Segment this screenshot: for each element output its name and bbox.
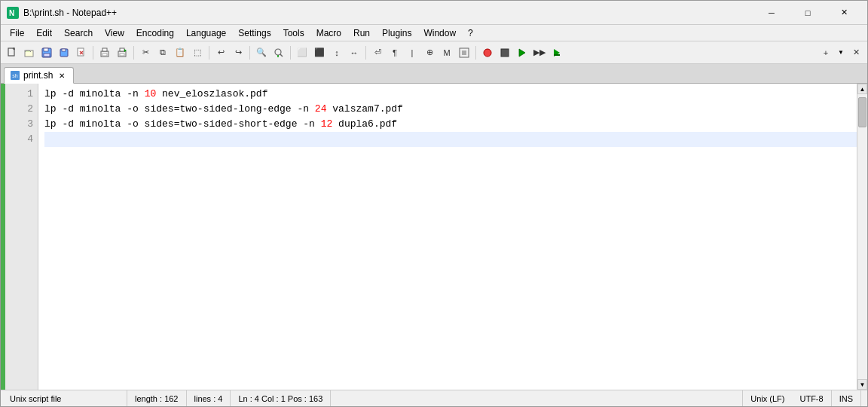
svg-text:N: N: [9, 9, 14, 17]
svg-rect-6: [44, 48, 48, 51]
toolbar-sep-2: [133, 46, 134, 60]
paste-button[interactable]: 📋: [172, 44, 188, 61]
indent-guide-button[interactable]: |: [404, 44, 420, 61]
menu-help[interactable]: ?: [462, 26, 479, 40]
menu-plugins[interactable]: Plugins: [376, 26, 417, 40]
maximize-button[interactable]: □: [790, 1, 825, 25]
all-chars-button[interactable]: ¶: [387, 44, 403, 61]
toolbar-sep-5: [290, 46, 291, 60]
svg-marker-27: [519, 49, 525, 57]
menu-bar: File Edit Search View Encoding Language …: [1, 25, 867, 41]
menu-edit[interactable]: Edit: [30, 26, 58, 40]
toolbar-sep-1: [93, 46, 93, 60]
close-button[interactable]: ✕: [827, 1, 861, 25]
menu-window[interactable]: Window: [417, 26, 462, 40]
window-title: B:\print.sh - Notepad++: [23, 8, 754, 18]
code-area[interactable]: lp -d minolta -n 10 nev_eloszlasok.pdf l…: [38, 84, 857, 390]
status-encoding: UTF-8: [792, 390, 831, 406]
menu-language[interactable]: Language: [180, 26, 232, 40]
toolbar-add-button[interactable]: +: [818, 44, 834, 61]
zoom-restore-button[interactable]: ⊕: [421, 44, 438, 61]
open-button[interactable]: [21, 44, 38, 61]
toolbar-sep-6: [365, 46, 366, 60]
svg-point-20: [275, 49, 281, 55]
zoom-out-button[interactable]: ⬛: [311, 44, 328, 61]
code-line-3: lp -d minolta -o sides=two-sided-short-e…: [44, 117, 857, 132]
record-macro-button[interactable]: [479, 44, 496, 61]
run-macro-button[interactable]: ▶▶: [531, 44, 548, 61]
vertical-scrollbar[interactable]: ▲ ▼: [857, 84, 867, 390]
menu-view[interactable]: View: [99, 26, 130, 40]
toolbar-sep-7: [475, 46, 476, 60]
tab-close-button[interactable]: ✕: [57, 70, 67, 81]
svg-rect-17: [120, 48, 124, 51]
toolbar-x-button[interactable]: ✕: [848, 44, 864, 61]
line-num-3: 3: [27, 117, 33, 132]
find-button[interactable]: 🔍: [253, 44, 270, 61]
minimize-button[interactable]: ─: [754, 1, 789, 25]
line-num-1: 1: [27, 87, 33, 102]
sync-scroll-h-button[interactable]: ↔: [346, 44, 362, 61]
scroll-track[interactable]: [857, 94, 867, 379]
menu-search[interactable]: Search: [58, 26, 99, 40]
copy-button[interactable]: ⧉: [154, 44, 171, 61]
stop-record-button[interactable]: [497, 44, 513, 61]
cut-button[interactable]: ✂: [137, 44, 154, 61]
play-macro-button[interactable]: [514, 44, 530, 61]
tab-label: print.sh: [23, 70, 53, 81]
undo-button[interactable]: ↩: [212, 44, 229, 61]
save-macro-button[interactable]: [549, 44, 565, 61]
menu-macro[interactable]: Macro: [310, 26, 347, 40]
toolbar-sep-3: [209, 46, 209, 60]
zoom-in-button[interactable]: ⬜: [294, 44, 310, 61]
svg-point-25: [484, 49, 491, 57]
svg-rect-15: [102, 54, 107, 56]
save-all-button[interactable]: [56, 44, 72, 61]
svg-rect-7: [44, 54, 50, 57]
menu-file[interactable]: File: [4, 26, 30, 40]
find-next-button[interactable]: [270, 44, 287, 61]
tabs-bar: sh print.sh ✕: [1, 64, 867, 84]
code-line-2: lp -d minolta -o sides=two-sided-long-ed…: [44, 102, 857, 117]
print-now-button[interactable]: [114, 44, 130, 61]
sync-scroll-v-button[interactable]: ↕: [329, 44, 345, 61]
svg-rect-9: [62, 49, 66, 51]
code-line-4: [44, 132, 857, 147]
svg-rect-26: [501, 49, 509, 57]
status-length: length : 162: [127, 390, 187, 406]
title-bar: N B:\print.sh - Notepad++ ─ □ ✕: [1, 1, 867, 25]
line-num-4: 4: [27, 132, 33, 147]
scroll-down-arrow[interactable]: ▼: [857, 379, 867, 390]
status-mode: INS: [832, 390, 861, 406]
menu-tools[interactable]: Tools: [277, 26, 310, 40]
tab-file-icon: sh: [11, 71, 20, 80]
menu-run[interactable]: Run: [347, 26, 376, 40]
tab-print-sh[interactable]: sh print.sh ✕: [4, 67, 74, 84]
line-numbers: 1 2 3 4: [5, 84, 38, 390]
save-button[interactable]: [38, 44, 55, 61]
new-button[interactable]: [4, 44, 20, 61]
svg-rect-14: [102, 48, 107, 51]
word-wrap-button[interactable]: ⏎: [369, 44, 386, 61]
menu-settings[interactable]: Settings: [232, 26, 277, 40]
close-doc-button[interactable]: [73, 44, 90, 61]
scroll-thumb[interactable]: [858, 97, 866, 127]
menu-encoding[interactable]: Encoding: [130, 26, 180, 40]
status-lineending: Unix (LF): [742, 390, 792, 406]
focus-button[interactable]: [456, 44, 472, 61]
svg-rect-29: [554, 54, 560, 56]
toolbar-sep-4: [249, 46, 250, 60]
select-all-button[interactable]: ⬚: [189, 44, 206, 61]
line-num-2: 2: [27, 102, 33, 117]
print-button[interactable]: [96, 44, 113, 61]
monospace-button[interactable]: M: [439, 44, 455, 61]
toolbar: ✂ ⧉ 📋 ⬚ ↩ ↪ 🔍 ⬜ ⬛ ↕ ↔ ⏎ ¶ | ⊕ M ▶▶ + ▼ ✕: [1, 41, 867, 64]
toolbar-dropdown[interactable]: ▼: [835, 44, 847, 61]
app-icon: N: [7, 7, 19, 19]
redo-button[interactable]: ↪: [230, 44, 246, 61]
status-bar: Unix script file length : 162 lines : 4 …: [1, 390, 867, 406]
svg-rect-24: [462, 50, 466, 55]
code-line-1: lp -d minolta -n 10 nev_eloszlasok.pdf: [44, 87, 857, 102]
svg-rect-18: [120, 54, 124, 56]
scroll-up-arrow[interactable]: ▲: [857, 84, 867, 94]
